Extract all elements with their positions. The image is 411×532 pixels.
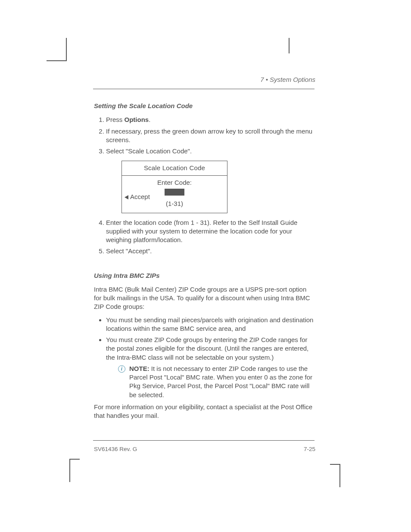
body-text: For more information on your eligibility…	[94, 403, 314, 420]
device-screen-body: Enter Code: (1-31) Accept	[122, 176, 227, 213]
crop-mark	[69, 459, 70, 482]
header-rule	[93, 89, 314, 89]
step-text: Press	[106, 116, 125, 123]
crop-mark	[69, 459, 80, 460]
note-text: It is not necessary to enter ZIP Code ra…	[129, 365, 312, 398]
key-label: Options	[125, 116, 149, 123]
step-text: Select "Accept".	[106, 247, 152, 255]
list-item: Enter the location code (from 1 - 31). R…	[106, 218, 314, 245]
note-block: i NOTE: It is not necessary to enter ZIP…	[118, 364, 314, 399]
footer-page-number: 7-25	[304, 445, 315, 453]
note-label: NOTE:	[129, 365, 149, 372]
step-text: If necessary, press the green down arrow…	[106, 128, 312, 143]
accept-label: Accept	[130, 193, 150, 200]
crop-mark	[330, 464, 340, 465]
list-item: If necessary, press the green down arrow…	[106, 127, 314, 145]
list-item: Select "Accept".	[106, 247, 314, 255]
list-item: Select "Scale Location Code". Scale Loca…	[106, 147, 314, 213]
device-screen: Scale Location Code Enter Code: (1-31) A…	[121, 161, 227, 213]
footer-rule	[93, 440, 314, 441]
device-screen-title: Scale Location Code	[122, 161, 227, 175]
left-arrow-icon	[125, 195, 128, 199]
crop-mark	[289, 38, 290, 53]
list-item: You must create ZIP Code groups by enter…	[106, 336, 314, 399]
section: Using Intra BMC ZIPs Intra BMC (Bulk Mai…	[94, 271, 314, 420]
page: 7 • System Options Setting the Scale Loc…	[0, 0, 411, 532]
steps-list: Press Options. If necessary, press the g…	[94, 115, 314, 255]
accept-softkey: Accept	[125, 193, 150, 201]
section-title: Using Intra BMC ZIPs	[94, 271, 314, 280]
crop-mark	[339, 464, 340, 487]
list-item: You must be sending mail pieces/parcels …	[106, 316, 314, 333]
footer-doc-id: SV61436 Rev. G	[94, 445, 137, 453]
step-text: .	[149, 116, 150, 123]
step-text: Select "Scale Location Code".	[106, 147, 192, 155]
enter-code-label: Enter Code:	[125, 178, 224, 187]
code-input-field	[165, 189, 184, 196]
info-icon: i	[118, 365, 125, 373]
step-text: Enter the location code (from 1 - 31). R…	[106, 219, 297, 244]
crop-mark	[66, 38, 67, 61]
list-item: Press Options.	[106, 115, 314, 124]
bullet-text: You must create ZIP Code groups by enter…	[106, 336, 308, 361]
body-text: Intra BMC (Bulk Mail Center) ZIP Code gr…	[94, 285, 314, 311]
running-header: 7 • System Options	[260, 75, 315, 84]
page-content: Setting the Scale Location Code Press Op…	[94, 102, 314, 424]
bullet-text: You must be sending mail pieces/parcels …	[106, 316, 313, 332]
section-title: Setting the Scale Location Code	[94, 102, 314, 110]
bullet-list: You must be sending mail pieces/parcels …	[94, 316, 314, 399]
crop-mark	[47, 60, 67, 61]
